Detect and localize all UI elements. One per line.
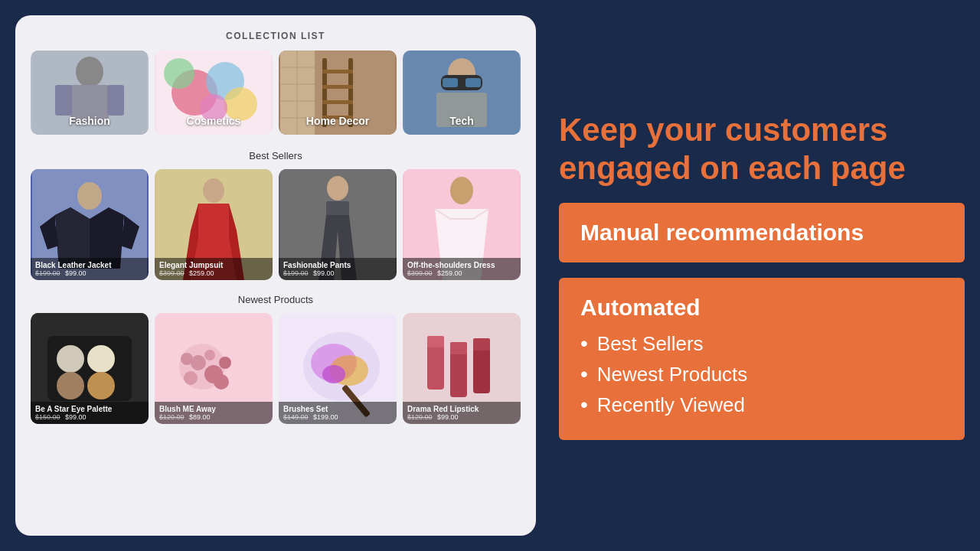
pants-info: Fashionable Pants $199.00 $99.00	[279, 258, 397, 280]
svg-rect-61	[427, 344, 444, 390]
collection-list-title: COLLECTION LIST	[31, 31, 521, 41]
lipstick-name: Drama Red Lipstick	[407, 405, 516, 413]
jacket-sale-price: $99.00	[65, 269, 87, 277]
svg-point-44	[87, 372, 115, 399]
svg-rect-28	[466, 78, 481, 87]
blush-name: Blush ME Away	[159, 405, 268, 413]
best-sellers-title: Best Sellers	[31, 150, 521, 161]
lipstick-original-price: $120.00	[407, 413, 433, 421]
manual-recommendations-box[interactable]: Manual recommendations	[559, 203, 965, 262]
best-sellers-grid: Black Leather Jacket $199.00 $99.00	[31, 169, 521, 280]
svg-point-53	[181, 353, 193, 365]
pants-name: Fashionable Pants	[283, 261, 392, 269]
collection-grid: Fashion Cosmetics	[31, 51, 521, 135]
svg-point-50	[219, 357, 231, 369]
svg-rect-65	[473, 347, 490, 393]
collection-item-homedecor[interactable]: Home Decor	[279, 51, 397, 135]
product-card-jacket[interactable]: Black Leather Jacket $199.00 $99.00	[31, 169, 149, 280]
svg-point-42	[87, 345, 115, 373]
manual-box-title: Manual recommendations	[580, 220, 943, 246]
automated-title: Automated	[580, 295, 943, 321]
dress-name: Off-the-shoulders Dress	[407, 261, 516, 269]
automated-box: Automated Best Sellers Newest Products R…	[559, 278, 965, 440]
blush-original-price: $120.00	[159, 413, 185, 421]
blush-sale-price: $89.00	[189, 413, 211, 421]
svg-rect-4	[107, 85, 124, 116]
automated-list: Best Sellers Newest Products Recently Vi…	[580, 331, 943, 417]
brushes-sale-price: $199.00	[313, 413, 338, 421]
automated-item-best-sellers-label: Best Sellers	[597, 332, 704, 356]
headline: Keep your customers engaged on each page	[559, 111, 965, 188]
product-card-dress[interactable]: Off-the-shoulders Dress $399.00 $259.00	[403, 169, 521, 280]
right-panel: Keep your customers engaged on each page…	[559, 111, 965, 441]
svg-rect-16	[322, 100, 353, 104]
jumpsuit-price: $399.00 $259.00	[159, 269, 268, 277]
lipstick-sale-price: $99.00	[437, 413, 459, 421]
dress-info: Off-the-shoulders Dress $399.00 $259.00	[403, 258, 521, 280]
collection-item-cosmetics[interactable]: Cosmetics	[155, 51, 273, 135]
svg-rect-36	[326, 201, 349, 217]
collection-item-tech[interactable]: Tech	[403, 51, 521, 135]
pants-sale-price: $99.00	[313, 269, 335, 277]
main-container: COLLECTION LIST Fashion	[15, 11, 965, 540]
dress-sale-price: $259.00	[437, 269, 462, 277]
svg-point-43	[57, 372, 84, 399]
collection-tech-label: Tech	[403, 115, 521, 127]
jumpsuit-original-price: $399.00	[159, 269, 185, 277]
svg-point-38	[450, 177, 473, 204]
product-card-blush[interactable]: Blush ME Away $120.00 $89.00	[155, 313, 273, 424]
pants-original-price: $199.00	[283, 269, 309, 277]
lipstick-info: Drama Red Lipstick $120.00 $99.00	[403, 402, 521, 424]
collection-cosmetics-label: Cosmetics	[155, 115, 273, 127]
dress-original-price: $399.00	[407, 269, 433, 277]
headline-line1: Keep your customers	[559, 112, 887, 148]
headline-line2: engaged on each page	[559, 150, 906, 186]
svg-rect-64	[450, 342, 467, 354]
brushes-name: Brushes Set	[283, 405, 392, 413]
collection-fashion-label: Fashion	[31, 115, 149, 127]
dress-price: $399.00 $259.00	[407, 269, 516, 277]
eyepalette-name: Be A Star Eye Palette	[35, 405, 144, 413]
svg-point-35	[327, 176, 348, 201]
svg-point-52	[214, 374, 229, 390]
lipstick-price: $120.00 $99.00	[407, 413, 516, 421]
blush-info: Blush ME Away $120.00 $89.00	[155, 402, 273, 424]
jumpsuit-name: Elegant Jumpsuit	[159, 261, 268, 269]
svg-point-41	[57, 345, 84, 373]
product-card-jumpsuit[interactable]: Elegant Jumpsuit $399.00 $259.00	[155, 169, 273, 280]
brushes-price: $149.00 $199.00	[283, 413, 392, 421]
svg-rect-15	[322, 85, 353, 89]
svg-point-59	[322, 365, 345, 383]
jacket-info: Black Leather Jacket $199.00 $99.00	[31, 258, 149, 280]
svg-rect-3	[55, 85, 72, 116]
collection-item-fashion[interactable]: Fashion	[31, 51, 149, 135]
jacket-original-price: $199.00	[35, 269, 60, 277]
svg-point-9	[164, 58, 194, 89]
svg-point-31	[77, 182, 102, 210]
product-card-lipstick[interactable]: Drama Red Lipstick $120.00 $99.00	[403, 313, 521, 424]
blush-price: $120.00 $89.00	[159, 413, 268, 421]
automated-item-best-sellers: Best Sellers	[580, 331, 943, 356]
svg-point-47	[191, 355, 206, 370]
product-card-brushes[interactable]: Brushes Set $149.00 $199.00	[279, 313, 397, 424]
svg-point-1	[76, 57, 103, 87]
jacket-name: Black Leather Jacket	[35, 261, 144, 269]
svg-point-51	[204, 350, 215, 360]
svg-rect-63	[450, 351, 467, 397]
eyepalette-original-price: $150.00	[35, 413, 60, 421]
svg-rect-66	[473, 338, 490, 350]
newest-products-title: Newest Products	[31, 294, 521, 305]
jumpsuit-info: Elegant Jumpsuit $399.00 $259.00	[155, 258, 273, 280]
svg-rect-27	[443, 78, 458, 87]
product-card-eyepalette[interactable]: Be A Star Eye Palette $150.00 $99.00	[31, 313, 149, 424]
automated-item-newest-products-label: Newest Products	[597, 363, 748, 386]
svg-point-33	[203, 178, 224, 203]
automated-item-recently-viewed-label: Recently Viewed	[597, 393, 745, 417]
product-card-pants[interactable]: Fashionable Pants $199.00 $99.00	[279, 169, 397, 280]
automated-item-recently-viewed: Recently Viewed	[580, 393, 943, 417]
eyepalette-info: Be A Star Eye Palette $150.00 $99.00	[31, 402, 149, 424]
svg-rect-62	[427, 336, 444, 347]
newest-products-grid: Be A Star Eye Palette $150.00 $99.00	[31, 313, 521, 424]
eyepalette-sale-price: $99.00	[65, 413, 87, 421]
pants-price: $199.00 $99.00	[283, 269, 392, 277]
